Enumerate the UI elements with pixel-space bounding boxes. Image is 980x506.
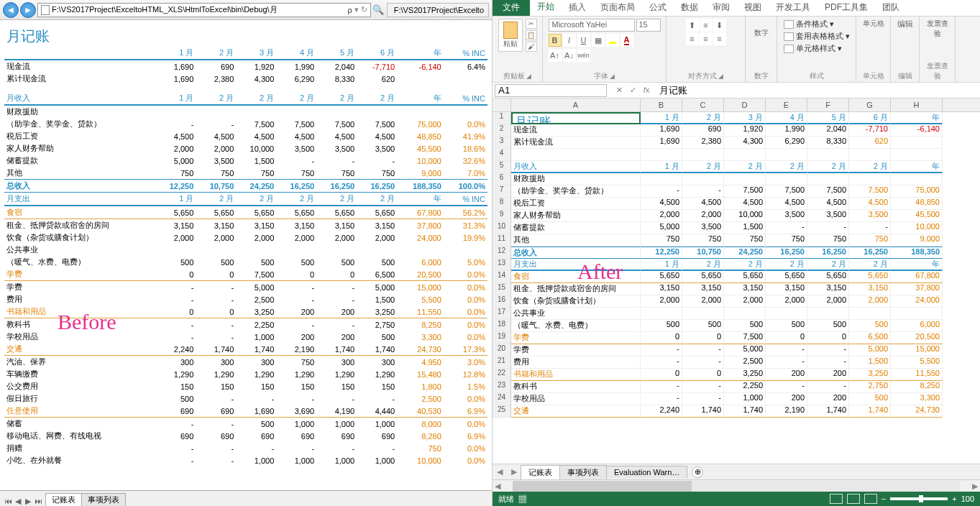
- row-header[interactable]: 22: [493, 369, 511, 381]
- new-sheet-button[interactable]: ⊕: [692, 466, 703, 478]
- cell[interactable]: 200: [766, 393, 807, 405]
- row-header[interactable]: 17: [493, 308, 511, 320]
- cell[interactable]: 20,500: [891, 332, 943, 344]
- cell[interactable]: 690: [682, 124, 724, 137]
- cell[interactable]: 0: [641, 332, 682, 344]
- cell[interactable]: 书籍和用品: [511, 369, 641, 381]
- cell[interactable]: 7,500: [807, 185, 849, 198]
- cell[interactable]: 750: [766, 234, 807, 247]
- cell[interactable]: 3,150: [807, 283, 849, 295]
- cell[interactable]: 6,500: [849, 332, 891, 344]
- cell[interactable]: 15,000: [891, 344, 943, 356]
- cell[interactable]: 1,740: [849, 405, 891, 418]
- fx-icon[interactable]: fx: [641, 86, 652, 95]
- row-header[interactable]: 18: [493, 320, 511, 332]
- cell[interactable]: [641, 308, 682, 320]
- row-header[interactable]: 9: [493, 210, 511, 222]
- cell[interactable]: 500: [641, 320, 682, 332]
- cell[interactable]: 2,240: [641, 405, 682, 418]
- cell[interactable]: [807, 149, 849, 161]
- cell[interactable]: 8,250: [891, 381, 943, 393]
- cell[interactable]: 4,500: [724, 198, 766, 210]
- cell[interactable]: 750: [849, 234, 891, 247]
- decrease-font-icon[interactable]: A↓: [563, 49, 576, 62]
- dropdown-icon[interactable]: ▾: [354, 5, 359, 14]
- cell[interactable]: 3,150: [766, 283, 807, 295]
- page-layout-view-icon[interactable]: [847, 494, 860, 504]
- xl-sheet-tab[interactable]: Evaluation Warn…: [606, 466, 687, 478]
- last-icon[interactable]: ⏭: [33, 497, 43, 506]
- cell[interactable]: 5,650: [807, 271, 849, 283]
- cell[interactable]: 4 月: [766, 112, 807, 124]
- cell[interactable]: 750: [724, 234, 766, 247]
- zoom-out-icon[interactable]: −: [881, 494, 886, 503]
- cell[interactable]: [766, 173, 807, 185]
- cell[interactable]: 2,000: [766, 295, 807, 308]
- row-header[interactable]: 24: [493, 393, 511, 405]
- browser-tab[interactable]: F:\VS2017Project\Excelto: [387, 3, 489, 17]
- formula-input[interactable]: [656, 84, 980, 96]
- increase-font-icon[interactable]: A↑: [549, 49, 562, 62]
- cell[interactable]: -: [766, 222, 807, 234]
- cell[interactable]: -: [849, 222, 891, 234]
- cell[interactable]: 储蓄提款: [511, 222, 641, 234]
- phonetic-icon[interactable]: wén: [577, 49, 590, 62]
- row-header[interactable]: 4: [493, 149, 511, 161]
- cell[interactable]: 500: [682, 320, 724, 332]
- cell[interactable]: 2 月: [724, 259, 766, 271]
- row-header[interactable]: 25: [493, 405, 511, 418]
- cell[interactable]: 10,750: [682, 247, 724, 259]
- cell[interactable]: 2 月: [682, 161, 724, 173]
- cell[interactable]: 9,000: [891, 234, 943, 247]
- cell[interactable]: 租金、抵押贷款或宿舍的房间: [511, 283, 641, 295]
- cell[interactable]: [807, 173, 849, 185]
- cell[interactable]: -: [641, 344, 682, 356]
- cell[interactable]: 3,150: [682, 283, 724, 295]
- cell[interactable]: 其他: [511, 234, 641, 247]
- cell[interactable]: 学费: [511, 344, 641, 356]
- cell[interactable]: [766, 149, 807, 161]
- cell[interactable]: 月收入: [511, 161, 641, 173]
- cell[interactable]: 3,150: [724, 283, 766, 295]
- row-header[interactable]: 16: [493, 295, 511, 308]
- cell[interactable]: 12,250: [641, 247, 682, 259]
- ribbon-tab[interactable]: 开发工具: [769, 0, 818, 16]
- cell[interactable]: 食宿: [511, 271, 641, 283]
- xl-sheet-tab[interactable]: 事项列表: [559, 465, 607, 479]
- cell[interactable]: 总收入: [511, 247, 641, 259]
- cell[interactable]: 2,500: [724, 356, 766, 369]
- cell[interactable]: 税后工资: [511, 198, 641, 210]
- cell[interactable]: 188,350: [891, 247, 943, 259]
- cell[interactable]: [641, 149, 682, 161]
- cell[interactable]: 0: [682, 332, 724, 344]
- prev-icon[interactable]: ◀: [13, 497, 23, 506]
- row-header[interactable]: 2: [493, 124, 511, 137]
- cell[interactable]: 75,000: [891, 185, 943, 198]
- row-header[interactable]: 19: [493, 332, 511, 344]
- cell[interactable]: 1 月: [641, 112, 682, 124]
- cell[interactable]: -: [682, 393, 724, 405]
- cell[interactable]: 2 月: [849, 259, 891, 271]
- cell[interactable]: 4,500: [641, 198, 682, 210]
- ribbon-tab[interactable]: 页面布局: [593, 0, 642, 16]
- font-name-select[interactable]: Microsoft YaHei: [549, 19, 635, 32]
- select-all-corner[interactable]: [493, 98, 511, 111]
- cell[interactable]: [891, 308, 943, 320]
- cell[interactable]: 5,000: [724, 344, 766, 356]
- row-header[interactable]: 11: [493, 234, 511, 247]
- italic-button[interactable]: I: [563, 34, 576, 47]
- macro-icon[interactable]: ▦: [518, 494, 526, 503]
- normal-view-icon[interactable]: [830, 494, 843, 504]
- cell[interactable]: 750: [682, 234, 724, 247]
- cell[interactable]: 公共事业: [511, 308, 641, 320]
- cell[interactable]: [766, 308, 807, 320]
- url-input[interactable]: [52, 6, 345, 14]
- cell[interactable]: 1,990: [766, 124, 807, 137]
- cell[interactable]: 5,650: [849, 271, 891, 283]
- cell[interactable]: -: [682, 344, 724, 356]
- format-painter-icon[interactable]: 🖌: [526, 42, 537, 52]
- table-format-button[interactable]: 套用表格格式 ▾: [784, 31, 850, 42]
- cell[interactable]: [724, 308, 766, 320]
- cell[interactable]: [849, 308, 891, 320]
- ribbon-tab[interactable]: 插入: [562, 0, 593, 16]
